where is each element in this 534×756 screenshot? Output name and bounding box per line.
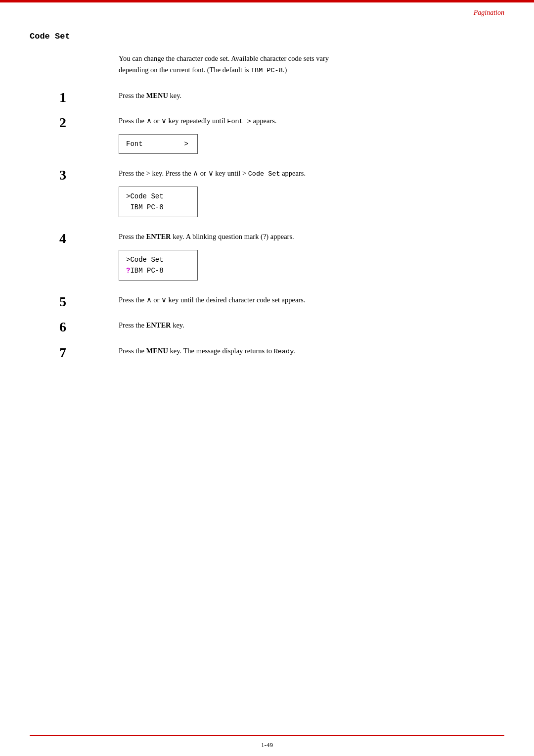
step-6-number: 6 — [59, 320, 119, 335]
step-2-display: Font > — [119, 134, 198, 154]
main-content: Code Set You can change the character co… — [0, 17, 534, 400]
step-2: 2 Press the ∧ or ∨ key repeatedly until … — [59, 115, 504, 158]
step-6: 6 Press the ENTER key. — [59, 320, 504, 335]
step-7-content: Press the MENU key. The message display … — [119, 345, 504, 361]
pagination-label: Pagination — [474, 9, 504, 17]
default-code: IBM PC-8 — [251, 67, 283, 74]
step-5: 5 Press the ∧ or ∨ key until the desired… — [59, 294, 504, 310]
step-4-display-line2: ?IBM PC-8 — [126, 265, 190, 276]
step-4: 4 Press the ENTER key. A blinking questi… — [59, 231, 504, 284]
step-4-display: >Code Set ?IBM PC-8 — [119, 250, 198, 281]
step-3-content: Press the > key. Press the ∧ or ∨ key un… — [119, 168, 504, 221]
step-4-number: 4 — [59, 231, 119, 246]
step-7-bold: MENU — [146, 347, 168, 355]
step-1-text: Press the MENU key. — [119, 90, 504, 101]
step-1-bold: MENU — [146, 92, 168, 99]
steps-container: 1 Press the MENU key. 2 Press the ∧ or ∨… — [59, 90, 504, 361]
page-number: 1-49 — [261, 741, 273, 749]
step-5-content: Press the ∧ or ∨ key until the desired c… — [119, 294, 504, 310]
step-2-code: Font > — [227, 118, 251, 125]
step-2-number: 2 — [59, 115, 119, 131]
step-4-text: Press the ENTER key. A blinking question… — [119, 231, 504, 242]
step-3: 3 Press the > key. Press the ∧ or ∨ key … — [59, 168, 504, 221]
step-7: 7 Press the MENU key. The message displa… — [59, 345, 504, 361]
step-4-content: Press the ENTER key. A blinking question… — [119, 231, 504, 284]
top-border — [0, 0, 534, 2]
step-6-content: Press the ENTER key. — [119, 320, 504, 335]
intro-line1: You can change the character code set. A… — [119, 54, 329, 74]
step-7-text: Press the MENU key. The message display … — [119, 345, 504, 357]
step-2-content: Press the ∧ or ∨ key repeatedly until Fo… — [119, 115, 504, 158]
step-2-display-line1: Font > — [126, 140, 188, 148]
step-3-display-line1: >Code Set — [126, 191, 190, 202]
section-title: Code Set — [30, 32, 504, 41]
step-1: 1 Press the MENU key. — [59, 90, 504, 105]
step-1-content: Press the MENU key. — [119, 90, 504, 105]
blink-cursor: ? — [126, 267, 130, 275]
step-3-number: 3 — [59, 168, 119, 183]
header: Pagination — [0, 0, 534, 17]
step-5-text: Press the ∧ or ∨ key until the desired c… — [119, 294, 504, 306]
step-3-display-line2: IBM PC-8 — [126, 202, 190, 213]
step-5-number: 5 — [59, 294, 119, 310]
bottom-border — [30, 735, 504, 736]
step-6-bold: ENTER — [146, 321, 171, 329]
step-7-number: 7 — [59, 345, 119, 361]
step-6-text: Press the ENTER key. — [119, 320, 504, 331]
step-3-code: Code Set — [248, 170, 280, 178]
step-1-number: 1 — [59, 90, 119, 105]
step-7-code: Ready — [274, 348, 294, 355]
step-4-display-line1: >Code Set — [126, 254, 190, 265]
step-2-text: Press the ∧ or ∨ key repeatedly until Fo… — [119, 115, 504, 127]
footer: 1-49 — [0, 741, 534, 749]
step-4-bold: ENTER — [146, 233, 171, 240]
intro-paragraph: You can change the character code set. A… — [119, 53, 435, 76]
step-3-display: >Code Set IBM PC-8 — [119, 187, 198, 218]
step-3-text: Press the > key. Press the ∧ or ∨ key un… — [119, 168, 504, 180]
